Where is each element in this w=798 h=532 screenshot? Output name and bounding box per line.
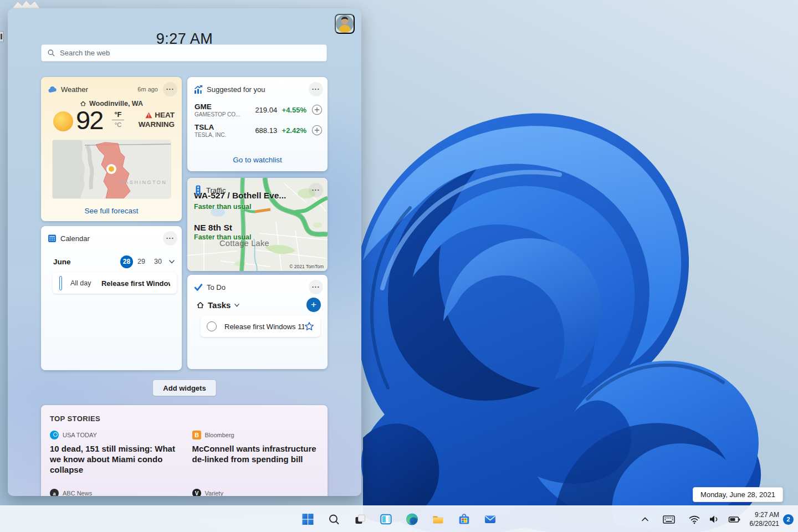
- add-widgets-button[interactable]: Add widgets: [153, 380, 216, 396]
- see-full-forecast-link[interactable]: See full forecast: [41, 207, 182, 215]
- taskbar-mail-button[interactable]: [479, 508, 502, 530]
- calendar-expand-chevron-icon[interactable]: [168, 258, 175, 265]
- go-to-watchlist-link[interactable]: Go to watchlist: [187, 156, 328, 164]
- windows-start-icon: [301, 513, 315, 526]
- calendar-day-28[interactable]: 28: [120, 255, 133, 268]
- tray-show-hidden-icons-button[interactable]: [638, 513, 652, 526]
- unit-toggle[interactable]: °F °C: [112, 110, 124, 128]
- desktop-edge-icon: [0, 31, 4, 42]
- calendar-event[interactable]: All day Release first Windows 1...: [53, 273, 177, 294]
- abc-news-icon: a: [50, 489, 59, 496]
- search-input[interactable]: [60, 49, 321, 57]
- weather-title: Weather: [61, 85, 88, 94]
- task-title: Release first Windows 11...: [224, 323, 304, 331]
- weather-location-row: Woodinville, WA: [41, 100, 182, 108]
- tray-touch-keyboard-button[interactable]: [660, 511, 678, 527]
- traffic-title: Traffic: [206, 186, 226, 195]
- chevron-down-icon[interactable]: [234, 302, 240, 308]
- wifi-icon: [688, 514, 701, 525]
- task-star-button[interactable]: [304, 321, 314, 331]
- story-source: Variety: [205, 490, 223, 496]
- add-to-watchlist-button[interactable]: [311, 125, 323, 136]
- calendar-month-row: June 28 29 30: [53, 255, 175, 268]
- stock-row-gme[interactable]: GME GAMESTOP CO... 219.04 +4.55%: [195, 100, 323, 119]
- avatar-photo: [336, 15, 354, 33]
- tray-date: 6/28/2021: [750, 519, 779, 528]
- weather-temperature: 92: [76, 105, 103, 135]
- todo-widget[interactable]: To Do ··· Tasks + Release first Windows …: [187, 275, 328, 369]
- stocks-more-button[interactable]: ···: [309, 82, 323, 96]
- todo-more-button[interactable]: ···: [309, 280, 323, 294]
- unit-fahrenheit[interactable]: °F: [112, 110, 124, 119]
- plus-circle-icon: [311, 125, 323, 136]
- calendar-widget[interactable]: Calendar ··· June 28 29 30 All day Relea…: [41, 226, 182, 370]
- warning-triangle-icon: [145, 112, 152, 119]
- svg-text:B: B: [195, 432, 199, 438]
- news-story-partial[interactable]: V Variety: [192, 489, 319, 496]
- tray-wifi-button[interactable]: [686, 511, 703, 527]
- home-icon: [196, 301, 204, 309]
- todo-title: To Do: [207, 283, 226, 291]
- map-attribution: © 2021 TomTom: [289, 264, 324, 269]
- notification-count-badge[interactable]: 2: [783, 514, 794, 525]
- story-headline: McConnell wants infrastructure de-linked…: [192, 443, 319, 464]
- story-source: USA TODAY: [63, 432, 97, 438]
- web-search-bar[interactable]: [41, 44, 327, 62]
- story-headline: 10 dead, 151 still missing: What we know…: [50, 443, 177, 475]
- traffic-status-1: Faster than usual: [194, 203, 252, 211]
- taskbar-edge-button[interactable]: [401, 508, 423, 530]
- star-icon: [304, 321, 314, 331]
- task-view-icon: [354, 513, 367, 526]
- taskbar-task-view-button[interactable]: [349, 508, 371, 530]
- todo-task-item[interactable]: Release first Windows 11...: [201, 316, 320, 337]
- map-place-label: Cottage Lake: [219, 239, 269, 248]
- tray-clock[interactable]: 9:27 AM 6/28/2021: [750, 510, 779, 528]
- weather-widget[interactable]: Weather 6m ago ··· Woodinville, WA 92 °F…: [41, 77, 182, 221]
- taskbar-search-button[interactable]: [323, 508, 345, 530]
- todo-list-row: Tasks +: [196, 297, 321, 313]
- event-time: All day: [70, 279, 101, 287]
- traffic-widget[interactable]: Traffic ··· WA-527 / Bothell Eve... Fast…: [187, 178, 328, 271]
- taskbar-widgets-button[interactable]: [375, 508, 397, 530]
- file-explorer-icon: [432, 513, 445, 526]
- weather-more-button[interactable]: ···: [163, 82, 177, 96]
- todo-list-name[interactable]: Tasks: [208, 300, 231, 310]
- profile-avatar[interactable]: [335, 14, 355, 34]
- top-stories-widget: TOP STORIES USA TODAY 10 dead, 151 still…: [41, 405, 328, 496]
- screen: 9:27 AM: [0, 0, 798, 532]
- plus-circle-icon: [311, 104, 323, 115]
- tray-volume-button[interactable]: [705, 511, 722, 527]
- news-story[interactable]: B Bloomberg McConnell wants infrastructu…: [192, 431, 319, 475]
- unit-celsius[interactable]: °C: [112, 121, 124, 128]
- heat-warning: HEAT WARNING: [139, 111, 175, 130]
- task-checkbox[interactable]: [207, 321, 217, 331]
- top-stories-header: TOP STORIES: [50, 415, 100, 423]
- calendar-day-29[interactable]: 29: [133, 258, 150, 265]
- story-source: Bloomberg: [205, 432, 234, 438]
- weather-updated: 6m ago: [137, 86, 158, 93]
- traffic-more-button[interactable]: ···: [309, 183, 323, 197]
- widgets-panel: 9:27 AM: [8, 8, 361, 496]
- edge-browser-icon: [406, 513, 419, 526]
- microsoft-store-icon: [458, 513, 471, 526]
- traffic-light-icon: [194, 185, 202, 195]
- mail-icon: [484, 513, 497, 526]
- tray-battery-button[interactable]: [725, 511, 743, 527]
- calendar-day-30[interactable]: 30: [150, 258, 166, 265]
- date-tooltip: Monday, June 28, 2021: [693, 487, 783, 502]
- taskbar-file-explorer-button[interactable]: [427, 508, 449, 530]
- stocks-icon: [194, 85, 203, 94]
- news-story[interactable]: USA TODAY 10 dead, 151 still missing: Wh…: [50, 431, 177, 475]
- calendar-more-button[interactable]: ···: [163, 231, 177, 245]
- stocks-title: Suggested for you: [207, 85, 265, 94]
- stocks-widget[interactable]: Suggested for you ··· GME GAMESTOP CO...…: [187, 77, 328, 171]
- todo-check-icon: [194, 283, 203, 291]
- stock-row-tsla[interactable]: TSLA TESLA, INC. 688.13 +2.42%: [195, 121, 323, 140]
- keyboard-icon: [662, 514, 676, 525]
- taskbar-store-button[interactable]: [453, 508, 475, 530]
- calendar-month: June: [53, 258, 71, 266]
- add-to-watchlist-button[interactable]: [311, 104, 323, 115]
- add-task-button[interactable]: +: [306, 298, 321, 312]
- taskbar-start-button[interactable]: [297, 508, 319, 530]
- news-story-partial[interactable]: a ABC News: [50, 489, 177, 496]
